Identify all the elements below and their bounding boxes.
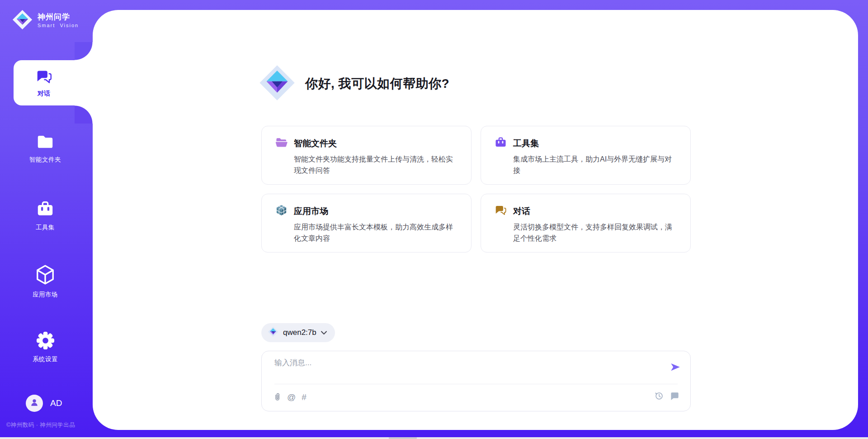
brand-subtitle: Smart Vision bbox=[38, 23, 79, 28]
chat-bubbles-icon bbox=[495, 204, 507, 218]
diamond-logo-icon bbox=[12, 9, 33, 32]
composer-right-tools bbox=[654, 391, 679, 401]
gear-icon bbox=[36, 331, 55, 352]
card-title: 应用市场 bbox=[294, 205, 328, 217]
briefcase-icon bbox=[36, 200, 55, 220]
sidebar-item-label: 系统设置 bbox=[33, 355, 58, 363]
composer-divider bbox=[274, 384, 678, 384]
card-description: 应用市场提供丰富长文本模板，助力高效生成多样化文章内容 bbox=[294, 222, 459, 244]
user-initials: AD bbox=[50, 398, 62, 408]
cube-grid-icon bbox=[275, 204, 288, 218]
feature-cards: 智能文件夹 智能文件夹功能支持批量文件上传与清洗，轻松实现文件问答 bbox=[261, 126, 691, 253]
sidebar-item-settings[interactable]: 系统设置 bbox=[0, 331, 90, 363]
scrollbar-thumb[interactable] bbox=[389, 437, 417, 439]
folder-open-icon bbox=[275, 136, 288, 150]
history-icon[interactable] bbox=[654, 391, 664, 401]
greeting-text: 你好, 我可以如何帮助你? bbox=[305, 75, 449, 92]
card-description: 智能文件夹功能支持批量文件上传与清洗，轻松实现文件问答 bbox=[294, 154, 459, 177]
person-icon bbox=[29, 397, 39, 409]
card-title: 对话 bbox=[513, 205, 530, 217]
card-title: 智能文件夹 bbox=[294, 138, 337, 149]
sidebar-item-label: 对话 bbox=[38, 90, 50, 98]
model-name: qwen2:7b bbox=[283, 328, 316, 337]
user-account[interactable]: AD bbox=[26, 395, 62, 412]
sidebar-item-label: 应用市场 bbox=[33, 291, 58, 299]
send-icon[interactable] bbox=[670, 361, 681, 373]
mention-icon[interactable]: @ bbox=[287, 393, 296, 401]
sidebar-item-folders[interactable]: 智能文件夹 bbox=[0, 133, 90, 164]
folder-icon bbox=[36, 133, 55, 153]
card-title: 工具集 bbox=[513, 138, 539, 149]
card-toolset[interactable]: 工具集 集成市场上主流工具，助力AI与外界无缝扩展与对接 bbox=[481, 126, 691, 185]
cube-icon bbox=[35, 264, 56, 287]
hashtag-icon[interactable]: # bbox=[302, 393, 307, 401]
attachment-icon[interactable] bbox=[274, 392, 281, 402]
composer-left-tools: @ # bbox=[274, 392, 307, 402]
greeting: 你好, 我可以如何帮助你? bbox=[258, 63, 449, 104]
sidebar-item-tools[interactable]: 工具集 bbox=[0, 200, 90, 232]
browser-scrollbar[interactable] bbox=[0, 437, 868, 439]
chat-square-icon[interactable] bbox=[670, 391, 679, 401]
tab-notch-top bbox=[75, 42, 93, 60]
card-description: 灵活切换多模型文件，支持多样回复效果调试，满足个性化需求 bbox=[513, 222, 679, 244]
message-input[interactable]: 输入消息... bbox=[274, 358, 311, 368]
brand: 神州问学 Smart Vision bbox=[12, 9, 79, 32]
tab-notch-bottom bbox=[75, 105, 93, 124]
sidebar-item-label: 智能文件夹 bbox=[29, 156, 61, 164]
card-smart-folder[interactable]: 智能文件夹 智能文件夹功能支持批量文件上传与清洗，轻松实现文件问答 bbox=[261, 126, 472, 185]
chevron-down-icon bbox=[321, 329, 327, 337]
chat-bubbles-icon bbox=[36, 68, 52, 87]
avatar bbox=[26, 395, 43, 412]
sidebar-item-label: 工具集 bbox=[36, 224, 55, 232]
briefcase-icon bbox=[495, 136, 507, 150]
sidebar-item-apps[interactable]: 应用市场 bbox=[0, 264, 90, 299]
brand-name: 神州问学 bbox=[38, 13, 79, 22]
footer-copyright: ©神州数码 · 神州问学出品 bbox=[6, 421, 75, 429]
sidebar-item-chat[interactable]: 对话 bbox=[14, 60, 94, 105]
model-selector[interactable]: qwen2:7b bbox=[261, 323, 335, 342]
message-composer: 输入消息... @ # bbox=[261, 351, 691, 411]
diamond-logo-icon bbox=[268, 326, 278, 339]
diamond-logo-icon bbox=[258, 63, 296, 104]
card-app-market[interactable]: 应用市场 应用市场提供丰富长文本模板，助力高效生成多样化文章内容 bbox=[261, 194, 472, 253]
card-chat[interactable]: 对话 灵活切换多模型文件，支持多样回复效果调试，满足个性化需求 bbox=[481, 194, 691, 253]
sidebar: 神州问学 Smart Vision 对话 智能文件夹 bbox=[0, 0, 93, 439]
card-description: 集成市场上主流工具，助力AI与外界无缝扩展与对接 bbox=[513, 154, 679, 177]
